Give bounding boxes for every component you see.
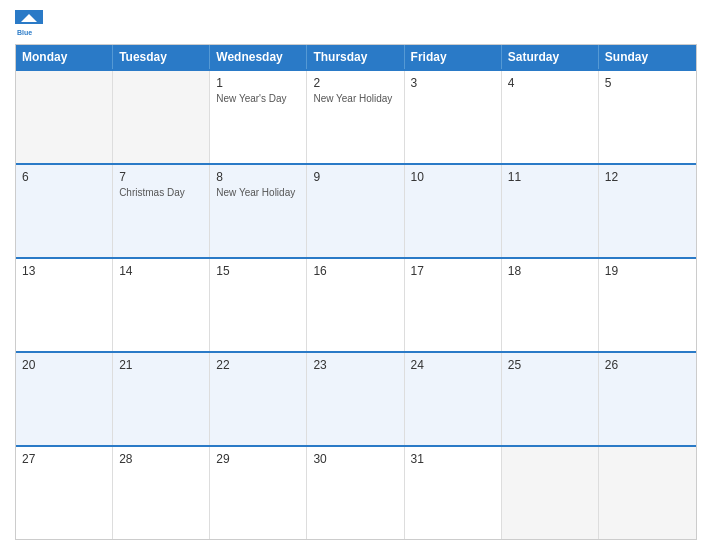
day-number: 23	[313, 358, 397, 372]
day-number: 22	[216, 358, 300, 372]
day-number: 1	[216, 76, 300, 90]
svg-text:Blue: Blue	[17, 29, 32, 36]
day-number: 3	[411, 76, 495, 90]
calendar-cell: 20	[16, 353, 113, 445]
calendar-cell	[16, 71, 113, 163]
day-number: 18	[508, 264, 592, 278]
day-number: 14	[119, 264, 203, 278]
day-number: 6	[22, 170, 106, 184]
day-number: 30	[313, 452, 397, 466]
day-number: 20	[22, 358, 106, 372]
calendar-cell	[599, 447, 696, 539]
weekday-header: Friday	[405, 45, 502, 69]
day-number: 16	[313, 264, 397, 278]
calendar-cell: 7Christmas Day	[113, 165, 210, 257]
day-number: 31	[411, 452, 495, 466]
calendar-page: Blue MondayTuesdayWednesdayThursdayFrida…	[0, 0, 712, 550]
weekday-header: Thursday	[307, 45, 404, 69]
day-number: 29	[216, 452, 300, 466]
weekday-header: Monday	[16, 45, 113, 69]
calendar-cell: 6	[16, 165, 113, 257]
calendar-cell	[113, 71, 210, 163]
calendar-cell: 17	[405, 259, 502, 351]
calendar-cell: 13	[16, 259, 113, 351]
weekday-header: Saturday	[502, 45, 599, 69]
calendar-grid: MondayTuesdayWednesdayThursdayFridaySatu…	[15, 44, 697, 540]
page-header: Blue	[15, 10, 697, 38]
calendar-row: 1New Year's Day2New Year Holiday345	[16, 69, 696, 163]
calendar-row: 2728293031	[16, 445, 696, 539]
calendar-cell: 28	[113, 447, 210, 539]
calendar-cell: 2New Year Holiday	[307, 71, 404, 163]
calendar-cell: 9	[307, 165, 404, 257]
day-number: 10	[411, 170, 495, 184]
day-event: Christmas Day	[119, 186, 203, 199]
calendar-cell: 16	[307, 259, 404, 351]
calendar-cell: 27	[16, 447, 113, 539]
calendar-header: MondayTuesdayWednesdayThursdayFridaySatu…	[16, 45, 696, 69]
calendar-cell	[502, 447, 599, 539]
calendar-row: 13141516171819	[16, 257, 696, 351]
calendar-cell: 21	[113, 353, 210, 445]
day-number: 26	[605, 358, 690, 372]
calendar-cell: 22	[210, 353, 307, 445]
day-number: 4	[508, 76, 592, 90]
day-number: 25	[508, 358, 592, 372]
day-number: 21	[119, 358, 203, 372]
calendar-cell: 26	[599, 353, 696, 445]
calendar-cell: 23	[307, 353, 404, 445]
day-number: 7	[119, 170, 203, 184]
calendar-cell: 14	[113, 259, 210, 351]
calendar-cell: 18	[502, 259, 599, 351]
day-number: 13	[22, 264, 106, 278]
day-event: New Year Holiday	[216, 186, 300, 199]
day-number: 17	[411, 264, 495, 278]
day-number: 2	[313, 76, 397, 90]
calendar-cell: 5	[599, 71, 696, 163]
day-number: 11	[508, 170, 592, 184]
logo: Blue	[15, 10, 45, 38]
weekday-header: Wednesday	[210, 45, 307, 69]
calendar-row: 67Christmas Day8New Year Holiday9101112	[16, 163, 696, 257]
calendar-cell: 10	[405, 165, 502, 257]
calendar-cell: 8New Year Holiday	[210, 165, 307, 257]
calendar-cell: 24	[405, 353, 502, 445]
calendar-cell: 3	[405, 71, 502, 163]
day-number: 8	[216, 170, 300, 184]
day-number: 27	[22, 452, 106, 466]
calendar-cell: 31	[405, 447, 502, 539]
day-number: 28	[119, 452, 203, 466]
calendar-cell: 12	[599, 165, 696, 257]
day-number: 5	[605, 76, 690, 90]
weekday-header: Tuesday	[113, 45, 210, 69]
day-event: New Year Holiday	[313, 92, 397, 105]
day-number: 24	[411, 358, 495, 372]
calendar-row: 20212223242526	[16, 351, 696, 445]
calendar-cell: 15	[210, 259, 307, 351]
logo-icon: Blue	[15, 10, 43, 38]
day-number: 9	[313, 170, 397, 184]
calendar-cell: 1New Year's Day	[210, 71, 307, 163]
calendar-cell: 4	[502, 71, 599, 163]
calendar-cell: 11	[502, 165, 599, 257]
calendar-cell: 29	[210, 447, 307, 539]
day-number: 15	[216, 264, 300, 278]
calendar-cell: 19	[599, 259, 696, 351]
day-event: New Year's Day	[216, 92, 300, 105]
calendar-cell: 25	[502, 353, 599, 445]
day-number: 19	[605, 264, 690, 278]
weekday-header: Sunday	[599, 45, 696, 69]
calendar-cell: 30	[307, 447, 404, 539]
calendar-body: 1New Year's Day2New Year Holiday34567Chr…	[16, 69, 696, 539]
day-number: 12	[605, 170, 690, 184]
